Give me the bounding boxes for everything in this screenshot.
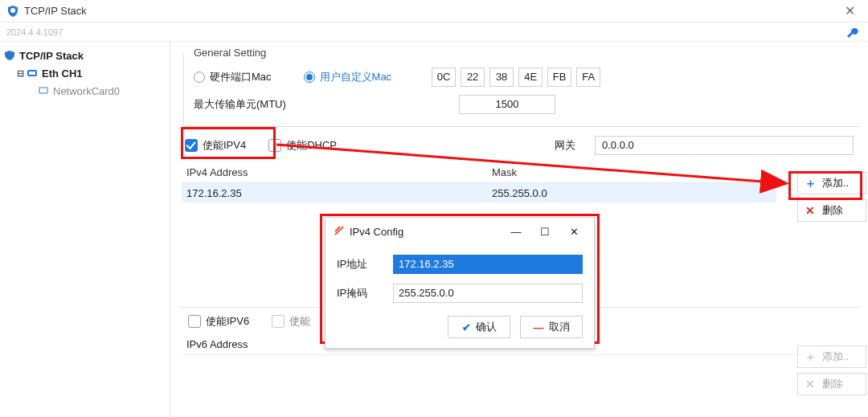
ipv4-add-button-label: 添加..	[822, 176, 849, 190]
sidebar-tree: TCP/IP Stack ⊟ Eth CH1 NetworkCard0	[0, 42, 170, 417]
mac-byte-1[interactable]: 22	[461, 67, 485, 87]
mtu-label: 最大传输单元(MTU)	[194, 97, 322, 112]
checkbox-ipv6-extra[interactable]: 使能	[272, 314, 310, 329]
dialog-ip-input[interactable]: 172.16.2.35	[393, 255, 583, 274]
gateway-label: 网关	[555, 138, 575, 153]
minus-icon: —	[534, 321, 544, 333]
ipv4-config-dialog: IPv4 Config — ☐ ✕ IP地址 172.16.2.35 IP掩码 …	[325, 217, 595, 349]
ipv4-delete-button[interactable]: ✕ 删除	[797, 199, 866, 222]
checkbox-enable-ipv4[interactable]: 使能IPV4	[185, 138, 246, 153]
checkbox-enable-ipv4-label: 使能IPV4	[203, 138, 246, 153]
checkbox-enable-dhcp-label: 使能DHCP	[286, 138, 337, 153]
tree-node-eth-label: Eth CH1	[42, 67, 83, 80]
ipv6-delete-button: ✕ 删除	[797, 373, 866, 395]
titlebar: TCP/IP Stack ✕	[0, 0, 868, 22]
app-icon	[6, 5, 19, 18]
checkbox-enable-dhcp[interactable]: 使能DHCP	[268, 138, 337, 153]
mac-byte-0[interactable]: 0C	[432, 67, 456, 87]
collapse-icon[interactable]: ⊟	[14, 68, 26, 79]
check-icon: ✔	[462, 321, 471, 333]
general-setting-group: General Setting 硬件端口Mac 用户自定义Mac 0C 22 3…	[183, 47, 860, 127]
tree-node-root[interactable]: TCP/IP Stack	[3, 47, 166, 64]
ipv4-add-button[interactable]: ＋ 添加..	[797, 172, 866, 194]
dialog-mask-input[interactable]: 255.255.0.0	[393, 284, 583, 303]
tree-node-eth[interactable]: ⊟ Eth CH1	[3, 64, 166, 82]
x-icon: ✕	[805, 378, 816, 390]
dialog-titlebar[interactable]: IPv4 Config — ☐ ✕	[326, 218, 594, 245]
settings-wrench-icon[interactable]	[844, 26, 862, 39]
checkbox-enable-ipv6[interactable]: 使能IPV6	[188, 314, 249, 329]
ipv4-table: IPv4 Address Mask 172.16.2.35 255.255.0.…	[182, 162, 776, 202]
checkbox-enable-ipv6-label: 使能IPV6	[206, 314, 249, 329]
dialog-maximize-icon[interactable]: ☐	[533, 226, 557, 238]
horizontal-splitter[interactable]	[170, 292, 178, 317]
plus-icon: ＋	[805, 176, 816, 191]
cell-ipv4-mask: 255.255.0.0	[492, 187, 776, 199]
col-ipv4-address[interactable]: IPv4 Address	[186, 166, 492, 178]
radio-dot-icon	[304, 72, 315, 83]
dialog-cancel-label: 取消	[549, 320, 570, 334]
stack-icon	[3, 49, 16, 62]
vertical-splitter[interactable]	[167, 42, 172, 417]
ipv4-delete-button-label: 删除	[822, 203, 843, 218]
checkbox-icon	[185, 139, 198, 152]
radio-hw-mac[interactable]: 硬件端口Mac	[194, 70, 272, 84]
close-icon[interactable]: ✕	[838, 3, 862, 18]
ipv4-bar: 使能IPV4 使能DHCP 网关 0.0.0.0	[178, 132, 860, 159]
mac-bytes: 0C 22 38 4E FB FA	[432, 67, 600, 87]
build-info: 2024.4.4.1097	[6, 27, 844, 37]
cell-ipv4-address: 172.16.2.35	[186, 187, 492, 199]
checkbox-icon	[188, 315, 201, 328]
dialog-title: IPv4 Config	[350, 226, 403, 238]
checkbox-ipv6-extra-label: 使能	[289, 314, 310, 329]
svg-point-0	[10, 8, 15, 13]
dialog-mask-label: IP掩码	[337, 286, 393, 300]
ipv4-side-buttons: ＋ 添加.. ✕ 删除	[797, 172, 866, 222]
col-ipv6-address[interactable]: IPv6 Address	[186, 338, 248, 350]
radio-dot-icon	[194, 72, 205, 83]
general-setting-legend: General Setting	[190, 47, 269, 59]
dialog-cancel-button[interactable]: — 取消	[520, 316, 583, 338]
mac-byte-2[interactable]: 38	[489, 67, 514, 87]
dialog-ip-label: IP地址	[337, 257, 393, 272]
ethernet-icon	[26, 67, 39, 80]
ipv4-table-header: IPv4 Address Mask	[182, 162, 776, 183]
radio-hw-mac-label: 硬件端口Mac	[210, 70, 272, 84]
gateway-input[interactable]: 0.0.0.0	[595, 136, 854, 155]
checkbox-icon	[268, 139, 281, 152]
mac-byte-5[interactable]: FA	[576, 67, 600, 87]
radio-user-mac[interactable]: 用户自定义Mac	[304, 70, 392, 84]
ipv6-side-buttons: ＋ 添加.. ✕ 删除	[797, 345, 866, 395]
tree-node-nic[interactable]: NetworkCard0	[3, 82, 166, 100]
nic-icon	[37, 84, 50, 97]
tree-node-root-label: TCP/IP Stack	[19, 50, 84, 62]
ipv4-table-row[interactable]: 172.16.2.35 255.255.0.0	[182, 183, 776, 202]
mac-byte-4[interactable]: FB	[547, 67, 571, 87]
plus-icon: ＋	[805, 350, 816, 365]
ipv6-add-button-label: 添加..	[822, 350, 849, 364]
tree-node-nic-label: NetworkCard0	[53, 85, 120, 97]
dialog-ok-button[interactable]: ✔ 确认	[448, 316, 510, 338]
dialog-app-icon	[334, 225, 345, 239]
x-icon: ✕	[805, 204, 816, 217]
dialog-minimize-icon[interactable]: —	[504, 226, 528, 238]
radio-user-mac-label: 用户自定义Mac	[320, 70, 392, 84]
checkbox-icon	[272, 315, 285, 328]
svg-rect-2	[29, 72, 35, 75]
svg-rect-4	[40, 88, 47, 92]
ipv6-delete-button-label: 删除	[822, 377, 843, 391]
mac-byte-3[interactable]: 4E	[518, 67, 542, 87]
dialog-ok-label: 确认	[476, 320, 497, 334]
ipv6-add-button: ＋ 添加..	[797, 345, 866, 368]
toolbar: 2024.4.4.1097	[0, 22, 868, 42]
window-title: TCP/IP Stack	[24, 5, 838, 17]
col-ipv4-mask[interactable]: Mask	[492, 166, 776, 178]
mtu-input[interactable]: 1500	[459, 95, 555, 114]
dialog-close-icon[interactable]: ✕	[562, 226, 586, 238]
